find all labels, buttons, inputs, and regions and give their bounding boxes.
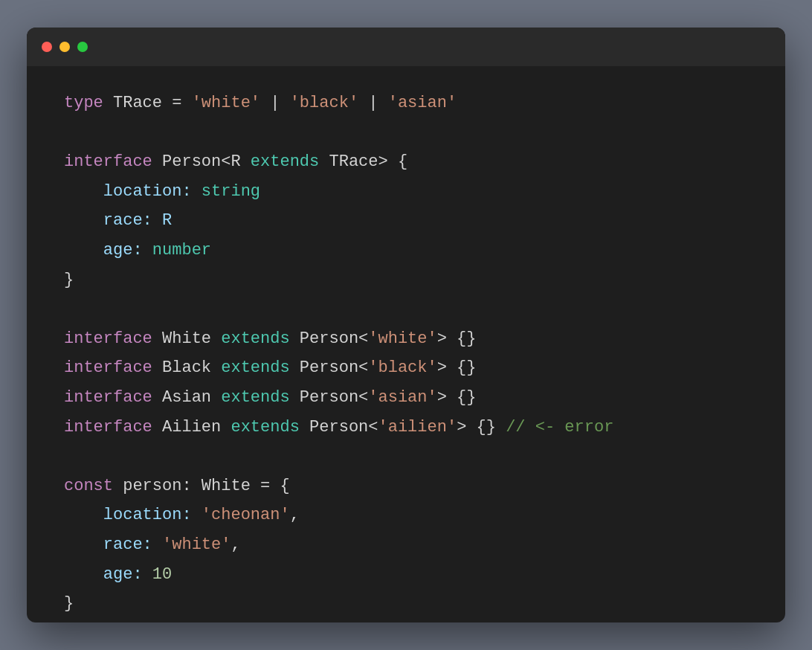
- code-token: 'black': [368, 358, 436, 377]
- code-token: location:: [64, 506, 202, 524]
- code-token: ,: [231, 535, 240, 554]
- titlebar: [27, 28, 785, 66]
- code-token: Person<: [290, 388, 369, 407]
- code-token: location:: [64, 182, 202, 201]
- code-token: > {}: [437, 358, 477, 377]
- code-line: age: 10: [64, 560, 748, 590]
- code-token: interface: [64, 388, 152, 407]
- code-token: Ailien: [152, 418, 231, 437]
- code-token: 'white': [162, 535, 231, 554]
- code-token: 'asian': [368, 388, 436, 407]
- code-line: interface Black extends Person<'black'> …: [64, 353, 748, 383]
- code-token: race:: [64, 535, 162, 554]
- code-token: Asian: [152, 388, 221, 407]
- code-line: interface White extends Person<'white'> …: [64, 324, 748, 354]
- code-line: interface Asian extends Person<'asian'> …: [64, 383, 748, 413]
- code-token: 'asian': [388, 94, 457, 112]
- code-line: }: [64, 266, 748, 295]
- code-token: type: [64, 94, 103, 112]
- code-token: interface: [64, 152, 152, 171]
- code-editor: type TRace = 'white' | 'black' | 'asian'…: [27, 66, 785, 622]
- code-token: // <- error: [506, 418, 613, 437]
- code-token: extends: [251, 152, 319, 171]
- code-token: > {}: [437, 388, 477, 407]
- code-token: TRace =: [103, 94, 192, 112]
- code-token: Black: [152, 358, 221, 377]
- code-token: > {}: [437, 329, 477, 348]
- code-token: const: [64, 477, 113, 495]
- code-line: }: [64, 589, 748, 619]
- maximize-button[interactable]: [77, 42, 88, 52]
- code-token: interface: [64, 418, 152, 437]
- code-token: Person<: [290, 329, 369, 348]
- blank-line: [64, 442, 748, 472]
- code-token: |: [260, 94, 290, 112]
- blank-line: [64, 295, 748, 324]
- code-token: extends: [221, 388, 289, 407]
- code-token: > {}: [457, 418, 506, 437]
- code-line: location: 'cheonan',: [64, 501, 748, 530]
- code-token: 'white': [192, 94, 260, 112]
- code-token: extends: [231, 418, 299, 437]
- code-token: Person<: [290, 358, 369, 377]
- code-line: interface Ailien extends Person<'ailien'…: [64, 413, 748, 443]
- code-token: person: White = {: [113, 477, 290, 495]
- code-token: string: [202, 182, 260, 201]
- code-token: extends: [221, 329, 289, 348]
- code-line: race: R: [64, 206, 748, 236]
- close-button[interactable]: [42, 42, 52, 52]
- code-token: 10: [152, 565, 172, 584]
- editor-window: type TRace = 'white' | 'black' | 'asian'…: [27, 28, 785, 622]
- code-token: TRace> {: [319, 152, 407, 171]
- blank-line: [64, 118, 748, 148]
- code-token: 'white': [368, 329, 436, 348]
- code-line: race: 'white',: [64, 530, 748, 560]
- code-line: location: string: [64, 177, 748, 207]
- code-token: number: [152, 241, 211, 260]
- code-line: age: number: [64, 236, 748, 266]
- code-token: race: R: [64, 211, 172, 230]
- code-token: interface: [64, 329, 152, 348]
- code-token: age:: [64, 565, 152, 584]
- code-token: White: [152, 329, 221, 348]
- code-token: 'black': [290, 94, 358, 112]
- code-line: type TRace = 'white' | 'black' | 'asian': [64, 89, 748, 118]
- code-token: Person<R: [152, 152, 251, 171]
- code-token: 'ailien': [378, 418, 457, 437]
- code-line: const person: White = {: [64, 472, 748, 501]
- code-token: |: [358, 94, 388, 112]
- code-token: interface: [64, 358, 152, 377]
- minimize-button[interactable]: [59, 42, 70, 52]
- code-token: Person<: [300, 418, 378, 437]
- code-token: 'cheonan': [202, 506, 290, 524]
- code-token: extends: [221, 358, 289, 377]
- code-token: }: [64, 271, 74, 289]
- code-token: ,: [290, 506, 300, 524]
- code-token: }: [64, 594, 74, 613]
- code-token: age:: [64, 241, 152, 260]
- code-line: interface Person<R extends TRace> {: [64, 147, 748, 177]
